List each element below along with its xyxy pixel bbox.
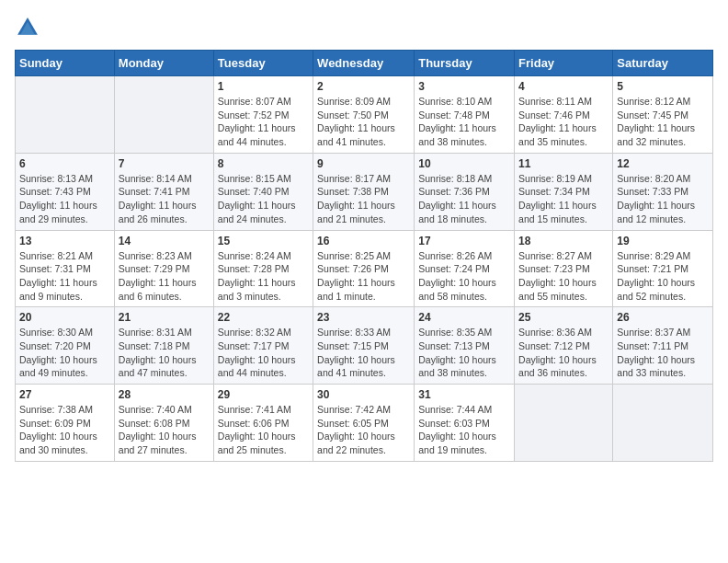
weekday-header-sunday: Sunday: [16, 51, 115, 76]
day-number: 16: [317, 235, 410, 247]
calendar-cell: 31Sunrise: 7:44 AM Sunset: 6:03 PM Dayli…: [415, 385, 515, 462]
calendar-cell: 4Sunrise: 8:11 AM Sunset: 7:46 PM Daylig…: [515, 76, 613, 154]
day-number: 18: [518, 235, 609, 247]
day-content: Sunrise: 8:26 AM Sunset: 7:24 PM Dayligh…: [418, 249, 510, 304]
day-content: Sunrise: 8:09 AM Sunset: 7:50 PM Dayligh…: [317, 95, 410, 149]
calendar-cell: 25Sunrise: 8:36 AM Sunset: 7:12 PM Dayli…: [515, 307, 613, 385]
day-content: Sunrise: 8:17 AM Sunset: 7:38 PM Dayligh…: [317, 172, 410, 226]
calendar-cell: 5Sunrise: 8:12 AM Sunset: 7:45 PM Daylig…: [613, 76, 713, 154]
day-content: Sunrise: 8:33 AM Sunset: 7:15 PM Dayligh…: [317, 326, 410, 380]
day-content: Sunrise: 8:12 AM Sunset: 7:45 PM Dayligh…: [617, 95, 709, 149]
calendar-cell: 17Sunrise: 8:26 AM Sunset: 7:24 PM Dayli…: [415, 230, 515, 307]
calendar-cell: 12Sunrise: 8:20 AM Sunset: 7:33 PM Dayli…: [613, 153, 713, 230]
day-number: 31: [418, 388, 510, 401]
weekday-header-monday: Monday: [114, 51, 213, 76]
day-content: Sunrise: 7:40 AM Sunset: 6:08 PM Dayligh…: [119, 403, 210, 457]
calendar-cell: 21Sunrise: 8:31 AM Sunset: 7:18 PM Dayli…: [114, 307, 213, 385]
day-number: 10: [418, 157, 510, 170]
day-number: 20: [19, 311, 110, 324]
weekday-header-friday: Friday: [515, 51, 613, 76]
calendar-cell: 20Sunrise: 8:30 AM Sunset: 7:20 PM Dayli…: [16, 307, 115, 385]
day-content: Sunrise: 8:21 AM Sunset: 7:31 PM Dayligh…: [19, 249, 110, 304]
day-number: 19: [617, 235, 709, 247]
calendar-cell: 18Sunrise: 8:27 AM Sunset: 7:23 PM Dayli…: [515, 230, 613, 307]
day-number: 13: [19, 235, 110, 247]
day-number: 25: [518, 311, 609, 324]
calendar-cell: 1Sunrise: 8:07 AM Sunset: 7:52 PM Daylig…: [213, 76, 313, 154]
calendar-cell: 6Sunrise: 8:13 AM Sunset: 7:43 PM Daylig…: [16, 153, 115, 230]
day-content: Sunrise: 7:42 AM Sunset: 6:05 PM Dayligh…: [317, 403, 410, 457]
day-number: 23: [317, 311, 410, 324]
calendar-cell: 10Sunrise: 8:18 AM Sunset: 7:36 PM Dayli…: [415, 153, 515, 230]
page-header: [15, 15, 713, 40]
calendar-cell: 16Sunrise: 8:25 AM Sunset: 7:26 PM Dayli…: [313, 230, 415, 307]
day-content: Sunrise: 8:13 AM Sunset: 7:43 PM Dayligh…: [19, 172, 110, 226]
day-number: 22: [218, 311, 309, 324]
day-content: Sunrise: 8:20 AM Sunset: 7:33 PM Dayligh…: [617, 172, 709, 226]
day-content: Sunrise: 7:44 AM Sunset: 6:03 PM Dayligh…: [418, 403, 510, 457]
day-number: 15: [218, 235, 309, 247]
day-content: Sunrise: 8:25 AM Sunset: 7:26 PM Dayligh…: [317, 249, 410, 304]
day-content: Sunrise: 8:23 AM Sunset: 7:29 PM Dayligh…: [119, 249, 210, 304]
day-content: Sunrise: 8:30 AM Sunset: 7:20 PM Dayligh…: [19, 326, 110, 380]
calendar-cell: [16, 76, 115, 154]
calendar-cell: 23Sunrise: 8:33 AM Sunset: 7:15 PM Dayli…: [313, 307, 415, 385]
day-number: 3: [418, 80, 510, 93]
day-number: 17: [418, 235, 510, 247]
day-number: 12: [617, 157, 709, 170]
day-content: Sunrise: 8:29 AM Sunset: 7:21 PM Dayligh…: [617, 249, 709, 304]
day-content: Sunrise: 7:38 AM Sunset: 6:09 PM Dayligh…: [19, 403, 110, 457]
logo-icon: [15, 15, 40, 40]
calendar-cell: 11Sunrise: 8:19 AM Sunset: 7:34 PM Dayli…: [515, 153, 613, 230]
day-number: 4: [518, 80, 609, 93]
calendar-cell: 13Sunrise: 8:21 AM Sunset: 7:31 PM Dayli…: [16, 230, 115, 307]
day-content: Sunrise: 8:32 AM Sunset: 7:17 PM Dayligh…: [218, 326, 309, 380]
day-number: 26: [617, 311, 709, 324]
day-content: Sunrise: 8:27 AM Sunset: 7:23 PM Dayligh…: [518, 249, 609, 304]
weekday-header-wednesday: Wednesday: [313, 51, 415, 76]
calendar-cell: 27Sunrise: 7:38 AM Sunset: 6:09 PM Dayli…: [16, 385, 115, 462]
day-number: 28: [119, 388, 210, 401]
calendar-table: SundayMondayTuesdayWednesdayThursdayFrid…: [15, 50, 713, 462]
calendar-cell: 7Sunrise: 8:14 AM Sunset: 7:41 PM Daylig…: [114, 153, 213, 230]
day-number: 7: [119, 157, 210, 170]
day-content: Sunrise: 8:14 AM Sunset: 7:41 PM Dayligh…: [119, 172, 210, 226]
day-number: 6: [19, 157, 110, 170]
calendar-cell: [613, 385, 713, 462]
calendar-cell: 2Sunrise: 8:09 AM Sunset: 7:50 PM Daylig…: [313, 76, 415, 154]
calendar-cell: 29Sunrise: 7:41 AM Sunset: 6:06 PM Dayli…: [213, 385, 313, 462]
calendar-cell: 15Sunrise: 8:24 AM Sunset: 7:28 PM Dayli…: [213, 230, 313, 307]
calendar-cell: [515, 385, 613, 462]
calendar-cell: 3Sunrise: 8:10 AM Sunset: 7:48 PM Daylig…: [415, 76, 515, 154]
calendar-cell: 19Sunrise: 8:29 AM Sunset: 7:21 PM Dayli…: [613, 230, 713, 307]
day-content: Sunrise: 8:11 AM Sunset: 7:46 PM Dayligh…: [518, 95, 609, 149]
day-number: 30: [317, 388, 410, 401]
day-number: 21: [119, 311, 210, 324]
calendar-cell: 30Sunrise: 7:42 AM Sunset: 6:05 PM Dayli…: [313, 385, 415, 462]
day-number: 24: [418, 311, 510, 324]
day-content: Sunrise: 8:35 AM Sunset: 7:13 PM Dayligh…: [418, 326, 510, 380]
day-number: 5: [617, 80, 709, 93]
day-number: 11: [518, 157, 609, 170]
weekday-header-tuesday: Tuesday: [213, 51, 313, 76]
day-content: Sunrise: 8:24 AM Sunset: 7:28 PM Dayligh…: [218, 249, 309, 304]
day-content: Sunrise: 8:10 AM Sunset: 7:48 PM Dayligh…: [418, 95, 510, 149]
day-number: 2: [317, 80, 410, 93]
logo: [15, 15, 44, 40]
calendar-cell: [114, 76, 213, 154]
weekday-header-saturday: Saturday: [613, 51, 713, 76]
calendar-cell: 24Sunrise: 8:35 AM Sunset: 7:13 PM Dayli…: [415, 307, 515, 385]
day-content: Sunrise: 8:37 AM Sunset: 7:11 PM Dayligh…: [617, 326, 709, 380]
calendar-cell: 22Sunrise: 8:32 AM Sunset: 7:17 PM Dayli…: [213, 307, 313, 385]
day-content: Sunrise: 8:18 AM Sunset: 7:36 PM Dayligh…: [418, 172, 510, 226]
day-content: Sunrise: 8:07 AM Sunset: 7:52 PM Dayligh…: [218, 95, 309, 149]
calendar-cell: 14Sunrise: 8:23 AM Sunset: 7:29 PM Dayli…: [114, 230, 213, 307]
day-content: Sunrise: 8:31 AM Sunset: 7:18 PM Dayligh…: [119, 326, 210, 380]
calendar-cell: 26Sunrise: 8:37 AM Sunset: 7:11 PM Dayli…: [613, 307, 713, 385]
weekday-header-thursday: Thursday: [415, 51, 515, 76]
calendar-cell: 28Sunrise: 7:40 AM Sunset: 6:08 PM Dayli…: [114, 385, 213, 462]
day-number: 29: [218, 388, 309, 401]
day-content: Sunrise: 8:36 AM Sunset: 7:12 PM Dayligh…: [518, 326, 609, 380]
day-number: 27: [19, 388, 110, 401]
day-number: 9: [317, 157, 410, 170]
